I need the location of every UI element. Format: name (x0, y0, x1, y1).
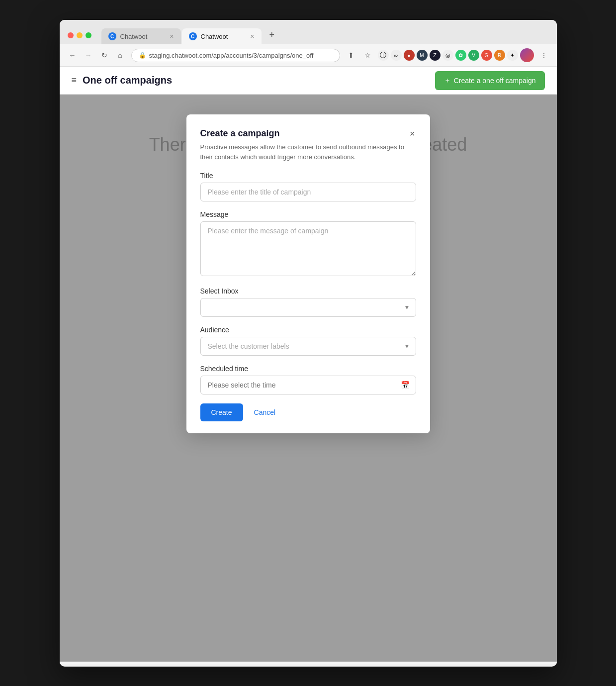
browser-window: C Chatwoot × C Chatwoot × + ← → ↻ ⌂ (60, 20, 557, 667)
scheduled-time-form-group: Scheduled time 📅 (200, 365, 416, 394)
tab-1[interactable]: C Chatwoot × (101, 28, 181, 44)
create-campaign-label: Create a one off campaign (454, 77, 536, 85)
url-text: staging.chatwoot.com/app/accounts/3/camp… (149, 52, 314, 59)
tab-1-favicon: C (108, 32, 116, 40)
message-form-group: Message (200, 210, 416, 278)
message-input[interactable] (200, 221, 416, 276)
bookmark-icon[interactable]: ☆ (361, 48, 375, 62)
ext-icon-4[interactable]: M (417, 50, 428, 61)
tab-2-label: Chatwoot (201, 33, 228, 40)
ext-icon-6[interactable]: ◎ (442, 50, 453, 61)
title-input[interactable] (200, 183, 416, 201)
ext-icon-8[interactable]: V (468, 50, 479, 61)
toolbar-icons: ⬆ ☆ ⓘ ∞ ● M Z ◎ ✿ V G R ✦ ⋮ (344, 48, 551, 62)
plus-icon: ＋ (444, 76, 451, 85)
scheduled-time-label: Scheduled time (200, 365, 416, 373)
ext-icon-11[interactable]: ✦ (507, 50, 518, 61)
traffic-lights (68, 32, 91, 38)
ext-icon-2[interactable]: ∞ (391, 50, 402, 61)
new-tab-btn[interactable]: + (263, 26, 282, 44)
modal-header: Create a campaign × (200, 128, 416, 139)
tab-1-label: Chatwoot (120, 33, 148, 40)
date-input-wrapper: 📅 (200, 376, 416, 394)
tab-2[interactable]: C Chatwoot × (182, 28, 262, 44)
ext-icon-3[interactable]: ● (404, 50, 415, 61)
inbox-form-group: Select Inbox ▼ (200, 287, 416, 317)
page-title: One off campaigns (83, 75, 172, 86)
app-header: ≡ One off campaigns ＋ Create a one off c… (60, 67, 557, 95)
menu-icon[interactable]: ⋮ (537, 48, 551, 62)
modal-close-button[interactable]: × (409, 128, 416, 139)
lock-icon: 🔒 (139, 52, 146, 59)
create-campaign-button[interactable]: ＋ Create a one off campaign (435, 71, 545, 90)
cancel-button[interactable]: Cancel (251, 403, 279, 421)
title-label: Title (200, 172, 416, 180)
create-button[interactable]: Create (200, 403, 243, 421)
forward-button[interactable]: → (82, 48, 95, 62)
app-content: ≡ One off campaigns ＋ Create a one off c… (60, 67, 557, 664)
create-campaign-modal: Create a campaign × Proactive messages a… (186, 114, 430, 433)
ext-icon-1[interactable]: ⓘ (378, 50, 389, 61)
ext-icon-7[interactable]: ✿ (455, 50, 466, 61)
browser-toolbar: ← → ↻ ⌂ 🔒 staging.chatwoot.com/app/accou… (60, 44, 557, 67)
tab-2-close[interactable]: × (250, 32, 254, 40)
hamburger-menu[interactable]: ≡ (72, 75, 77, 86)
share-icon[interactable]: ⬆ (344, 48, 358, 62)
browser-titlebar: C Chatwoot × C Chatwoot × + (60, 20, 557, 44)
ext-icon-10[interactable]: R (494, 50, 505, 61)
main-content: There are no one off campaigns created C… (60, 95, 557, 662)
modal-description: Proactive messages allow the customer to… (200, 142, 416, 162)
maximize-traffic-light[interactable] (86, 32, 91, 38)
modal-actions: Create Cancel (200, 403, 416, 421)
home-button[interactable]: ⌂ (113, 48, 127, 62)
address-bar[interactable]: 🔒 staging.chatwoot.com/app/accounts/3/ca… (131, 49, 340, 62)
tab-2-favicon: C (189, 32, 197, 40)
reload-button[interactable]: ↻ (97, 48, 111, 62)
modal-title: Create a campaign (200, 128, 280, 139)
app-header-left: ≡ One off campaigns (72, 75, 173, 86)
inbox-select[interactable] (200, 298, 416, 317)
title-form-group: Title (200, 172, 416, 201)
tab-1-close[interactable]: × (170, 32, 174, 40)
minimize-traffic-light[interactable] (77, 32, 83, 38)
browser-tabs: C Chatwoot × C Chatwoot × + (101, 26, 282, 44)
modal-overlay: Create a campaign × Proactive messages a… (60, 95, 557, 662)
inbox-label: Select Inbox (200, 287, 416, 295)
audience-select-wrapper: Select the customer labels ▼ (200, 337, 416, 356)
extension-icons: ⓘ ∞ ● M Z ◎ ✿ V G R ✦ (378, 48, 534, 62)
message-label: Message (200, 210, 416, 218)
ext-icon-5[interactable]: Z (430, 50, 440, 61)
audience-select[interactable]: Select the customer labels (200, 337, 416, 356)
scheduled-time-input[interactable] (200, 376, 416, 394)
ext-icon-9[interactable]: G (481, 50, 492, 61)
inbox-select-wrapper: ▼ (200, 298, 416, 317)
audience-label: Audience (200, 326, 416, 334)
profile-avatar[interactable] (520, 48, 534, 62)
nav-buttons: ← → ↻ ⌂ (66, 48, 127, 62)
back-button[interactable]: ← (66, 48, 80, 62)
close-traffic-light[interactable] (68, 32, 74, 38)
audience-form-group: Audience Select the customer labels ▼ (200, 326, 416, 356)
